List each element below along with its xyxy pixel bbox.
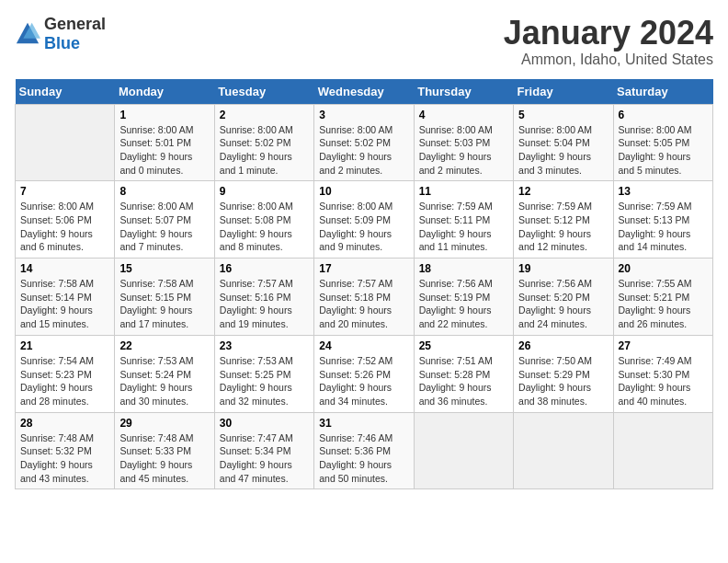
day-info: Sunrise: 7:59 AM Sunset: 5:12 PM Dayligh…	[518, 200, 608, 254]
calendar-cell	[514, 412, 613, 489]
logo-icon	[15, 21, 40, 47]
day-header-friday: Friday	[514, 79, 613, 105]
day-number: 20	[619, 262, 708, 275]
day-number: 12	[518, 185, 608, 198]
day-info: Sunrise: 7:50 AM Sunset: 5:29 PM Dayligh…	[518, 354, 608, 408]
day-header-thursday: Thursday	[414, 79, 513, 105]
day-info: Sunrise: 8:00 AM Sunset: 5:08 PM Dayligh…	[220, 200, 309, 254]
day-number: 27	[619, 339, 708, 352]
day-info: Sunrise: 8:00 AM Sunset: 5:04 PM Dayligh…	[518, 123, 608, 178]
day-header-tuesday: Tuesday	[214, 79, 313, 105]
day-number: 16	[220, 262, 309, 275]
calendar-cell: 19Sunrise: 7:56 AM Sunset: 5:20 PM Dayli…	[514, 259, 613, 336]
day-header-wednesday: Wednesday	[314, 79, 414, 105]
calendar-week-3: 14Sunrise: 7:58 AM Sunset: 5:14 PM Dayli…	[16, 259, 713, 336]
calendar-cell: 24Sunrise: 7:52 AM Sunset: 5:26 PM Dayli…	[314, 335, 414, 412]
day-info: Sunrise: 8:00 AM Sunset: 5:07 PM Dayligh…	[119, 200, 209, 254]
calendar-cell: 8Sunrise: 8:00 AM Sunset: 5:07 PM Daylig…	[115, 181, 214, 259]
day-info: Sunrise: 7:57 AM Sunset: 5:18 PM Dayligh…	[319, 277, 408, 331]
calendar-week-2: 7Sunrise: 8:00 AM Sunset: 5:06 PM Daylig…	[16, 181, 713, 259]
calendar-cell: 20Sunrise: 7:55 AM Sunset: 5:21 PM Dayli…	[613, 259, 712, 336]
day-info: Sunrise: 7:48 AM Sunset: 5:33 PM Dayligh…	[119, 431, 209, 486]
day-info: Sunrise: 7:49 AM Sunset: 5:30 PM Dayligh…	[619, 354, 708, 408]
calendar-cell: 4Sunrise: 8:00 AM Sunset: 5:03 PM Daylig…	[414, 104, 513, 181]
title-area: January 2024 Ammon, Idaho, United States	[504, 15, 713, 68]
day-info: Sunrise: 8:00 AM Sunset: 5:02 PM Dayligh…	[319, 123, 408, 178]
header: General Blue January 2024 Ammon, Idaho, …	[15, 15, 713, 68]
day-header-sunday: Sunday	[16, 79, 115, 105]
calendar-cell: 18Sunrise: 7:56 AM Sunset: 5:19 PM Dayli…	[414, 259, 513, 336]
day-number: 11	[419, 185, 508, 198]
calendar-cell	[16, 104, 115, 181]
day-number: 7	[20, 185, 109, 198]
day-number: 24	[319, 339, 408, 352]
calendar-cell: 7Sunrise: 8:00 AM Sunset: 5:06 PM Daylig…	[16, 181, 115, 259]
calendar-cell: 25Sunrise: 7:51 AM Sunset: 5:28 PM Dayli…	[414, 335, 513, 412]
day-number: 3	[319, 109, 408, 121]
day-info: Sunrise: 7:57 AM Sunset: 5:16 PM Dayligh…	[220, 277, 309, 331]
calendar-cell: 5Sunrise: 8:00 AM Sunset: 5:04 PM Daylig…	[514, 104, 613, 181]
day-number: 15	[119, 262, 209, 275]
day-number: 10	[319, 185, 408, 198]
day-number: 28	[20, 417, 109, 430]
day-number: 17	[319, 262, 408, 275]
calendar-cell: 1Sunrise: 8:00 AM Sunset: 5:01 PM Daylig…	[115, 104, 214, 181]
day-info: Sunrise: 7:56 AM Sunset: 5:20 PM Dayligh…	[518, 277, 608, 331]
day-number: 26	[518, 339, 608, 352]
calendar-body: 1Sunrise: 8:00 AM Sunset: 5:01 PM Daylig…	[16, 104, 713, 489]
calendar-cell: 23Sunrise: 7:53 AM Sunset: 5:25 PM Dayli…	[214, 335, 313, 412]
day-info: Sunrise: 7:47 AM Sunset: 5:34 PM Dayligh…	[220, 431, 309, 486]
calendar-cell: 17Sunrise: 7:57 AM Sunset: 5:18 PM Dayli…	[314, 259, 414, 336]
day-info: Sunrise: 7:59 AM Sunset: 5:13 PM Dayligh…	[619, 200, 708, 254]
calendar-cell: 16Sunrise: 7:57 AM Sunset: 5:16 PM Dayli…	[214, 259, 313, 336]
day-number: 31	[319, 417, 408, 430]
day-info: Sunrise: 8:00 AM Sunset: 5:05 PM Dayligh…	[619, 123, 708, 178]
day-number: 2	[220, 109, 309, 121]
day-info: Sunrise: 7:54 AM Sunset: 5:23 PM Dayligh…	[20, 354, 109, 408]
day-number: 22	[119, 339, 209, 352]
calendar-cell: 12Sunrise: 7:59 AM Sunset: 5:12 PM Dayli…	[514, 181, 613, 259]
calendar-cell: 6Sunrise: 8:00 AM Sunset: 5:05 PM Daylig…	[613, 104, 712, 181]
day-number: 18	[419, 262, 508, 275]
day-info: Sunrise: 8:00 AM Sunset: 5:01 PM Dayligh…	[119, 123, 209, 178]
day-number: 8	[119, 185, 209, 198]
calendar-week-1: 1Sunrise: 8:00 AM Sunset: 5:01 PM Daylig…	[16, 104, 713, 181]
calendar-cell: 11Sunrise: 7:59 AM Sunset: 5:11 PM Dayli…	[414, 181, 513, 259]
day-number: 23	[220, 339, 309, 352]
calendar-header-row: SundayMondayTuesdayWednesdayThursdayFrid…	[16, 79, 713, 105]
calendar-cell: 10Sunrise: 8:00 AM Sunset: 5:09 PM Dayli…	[314, 181, 414, 259]
logo-general: General	[44, 15, 106, 33]
calendar-cell: 27Sunrise: 7:49 AM Sunset: 5:30 PM Dayli…	[613, 335, 712, 412]
day-number: 5	[518, 109, 608, 121]
calendar-cell: 9Sunrise: 8:00 AM Sunset: 5:08 PM Daylig…	[214, 181, 313, 259]
day-header-saturday: Saturday	[613, 79, 712, 105]
day-number: 29	[119, 417, 209, 430]
day-info: Sunrise: 7:55 AM Sunset: 5:21 PM Dayligh…	[619, 277, 708, 331]
calendar-cell: 22Sunrise: 7:53 AM Sunset: 5:24 PM Dayli…	[115, 335, 214, 412]
calendar-cell: 26Sunrise: 7:50 AM Sunset: 5:29 PM Dayli…	[514, 335, 613, 412]
day-info: Sunrise: 7:58 AM Sunset: 5:14 PM Dayligh…	[20, 277, 109, 331]
day-info: Sunrise: 8:00 AM Sunset: 5:02 PM Dayligh…	[220, 123, 309, 178]
calendar-cell	[613, 412, 712, 489]
calendar-cell: 30Sunrise: 7:47 AM Sunset: 5:34 PM Dayli…	[214, 412, 313, 489]
calendar-cell: 28Sunrise: 7:48 AM Sunset: 5:32 PM Dayli…	[16, 412, 115, 489]
day-number: 6	[619, 109, 708, 121]
calendar-cell: 31Sunrise: 7:46 AM Sunset: 5:36 PM Dayli…	[314, 412, 414, 489]
calendar-table: SundayMondayTuesdayWednesdayThursdayFrid…	[15, 79, 713, 490]
day-info: Sunrise: 7:53 AM Sunset: 5:25 PM Dayligh…	[220, 354, 309, 408]
calendar-week-4: 21Sunrise: 7:54 AM Sunset: 5:23 PM Dayli…	[16, 335, 713, 412]
calendar-cell: 29Sunrise: 7:48 AM Sunset: 5:33 PM Dayli…	[115, 412, 214, 489]
day-header-monday: Monday	[115, 79, 214, 105]
day-info: Sunrise: 7:46 AM Sunset: 5:36 PM Dayligh…	[319, 431, 408, 486]
logo-blue: Blue	[44, 34, 80, 52]
calendar-cell: 15Sunrise: 7:58 AM Sunset: 5:15 PM Dayli…	[115, 259, 214, 336]
logo: General Blue	[15, 15, 106, 53]
calendar-cell: 2Sunrise: 8:00 AM Sunset: 5:02 PM Daylig…	[214, 104, 313, 181]
calendar-cell: 3Sunrise: 8:00 AM Sunset: 5:02 PM Daylig…	[314, 104, 414, 181]
day-info: Sunrise: 7:59 AM Sunset: 5:11 PM Dayligh…	[419, 200, 508, 254]
day-info: Sunrise: 7:48 AM Sunset: 5:32 PM Dayligh…	[20, 431, 109, 486]
day-number: 1	[119, 109, 209, 121]
day-number: 13	[619, 185, 708, 198]
calendar-cell: 13Sunrise: 7:59 AM Sunset: 5:13 PM Dayli…	[613, 181, 712, 259]
day-info: Sunrise: 8:00 AM Sunset: 5:03 PM Dayligh…	[419, 123, 508, 178]
